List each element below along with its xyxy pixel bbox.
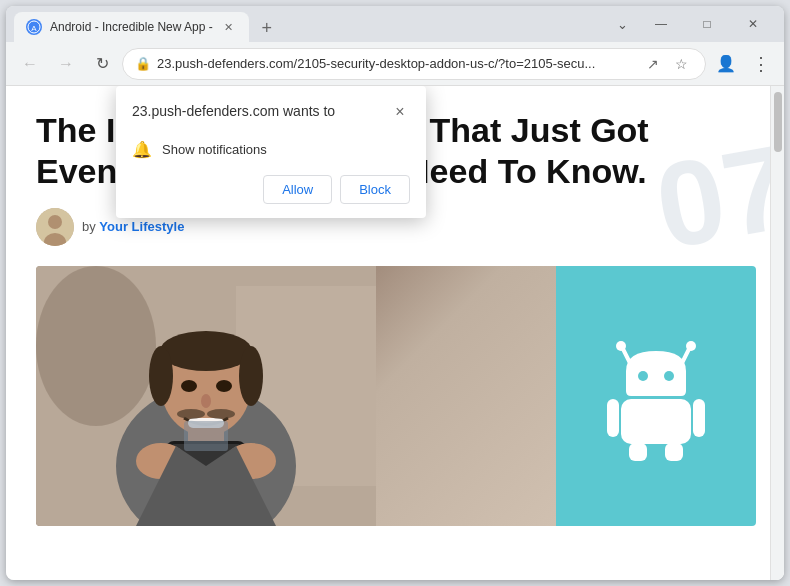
- svg-point-3: [48, 215, 62, 229]
- back-button[interactable]: ←: [14, 48, 46, 80]
- svg-point-16: [201, 394, 211, 408]
- popup-option-row: 🔔 Show notifications: [132, 134, 410, 165]
- svg-point-26: [616, 341, 626, 351]
- bookmark-icon[interactable]: ☆: [669, 52, 693, 76]
- svg-point-15: [216, 380, 232, 392]
- svg-rect-33: [693, 399, 705, 437]
- minimize-button[interactable]: —: [638, 9, 684, 39]
- tab-title: Android - Incredible New App -: [50, 20, 213, 34]
- svg-point-12: [149, 346, 173, 406]
- share-icon[interactable]: ↗: [641, 52, 665, 76]
- block-button[interactable]: Block: [340, 175, 410, 204]
- maximize-button[interactable]: □: [684, 9, 730, 39]
- navigation-toolbar: ← → ↻ 🔒 23.push-defenders.com/2105-secur…: [6, 42, 784, 86]
- address-bar-icons: ↗ ☆: [641, 52, 693, 76]
- popup-close-button[interactable]: ×: [390, 102, 410, 122]
- popup-title: 23.push-defenders.com wants to: [132, 102, 335, 120]
- svg-text:A: A: [31, 24, 37, 33]
- author-name[interactable]: Your Lifestyle: [99, 219, 184, 234]
- article-photo: [36, 266, 556, 526]
- tab-close-button[interactable]: ✕: [221, 19, 237, 35]
- profile-button[interactable]: 👤: [710, 48, 742, 80]
- android-panel: [556, 266, 756, 526]
- lock-icon: 🔒: [135, 56, 151, 71]
- popup-actions: Allow Block: [132, 175, 410, 204]
- author-text: by Your Lifestyle: [82, 219, 184, 234]
- notification-option-label: Show notifications: [162, 142, 267, 157]
- vertical-scrollbar[interactable]: [770, 86, 784, 580]
- tab-favicon: A: [26, 19, 42, 35]
- svg-point-14: [181, 380, 197, 392]
- svg-point-18: [177, 409, 205, 419]
- tab-search-button[interactable]: ⌄: [606, 8, 638, 40]
- address-bar[interactable]: 🔒 23.push-defenders.com/2105-security-de…: [122, 48, 706, 80]
- author-avatar: [36, 208, 74, 246]
- tab-bar: A Android - Incredible New App - ✕ +: [14, 6, 606, 42]
- scroll-thumb[interactable]: [774, 92, 782, 152]
- active-tab[interactable]: A Android - Incredible New App - ✕: [14, 12, 249, 42]
- url-text: 23.push-defenders.com/2105-security-desk…: [157, 56, 635, 71]
- browser-window: A Android - Incredible New App - ✕ + ⌄ —…: [6, 6, 784, 580]
- svg-rect-34: [629, 443, 647, 461]
- new-tab-button[interactable]: +: [253, 14, 281, 42]
- svg-point-29: [638, 371, 648, 381]
- bell-icon: 🔔: [132, 140, 152, 159]
- menu-button[interactable]: ⋮: [744, 48, 776, 80]
- svg-rect-32: [607, 399, 619, 437]
- article-image: [36, 266, 756, 526]
- svg-rect-24: [184, 421, 228, 451]
- toolbar-right: 👤 ⋮: [710, 48, 776, 80]
- svg-rect-35: [665, 443, 683, 461]
- svg-point-19: [207, 409, 235, 419]
- title-bar: A Android - Incredible New App - ✕ + ⌄ —…: [6, 6, 784, 42]
- permission-popup: 23.push-defenders.com wants to × 🔔 Show …: [116, 86, 426, 218]
- forward-button[interactable]: →: [50, 48, 82, 80]
- svg-point-30: [664, 371, 674, 381]
- svg-point-28: [686, 341, 696, 351]
- svg-point-11: [160, 331, 252, 371]
- allow-button[interactable]: Allow: [263, 175, 332, 204]
- popup-header: 23.push-defenders.com wants to ×: [132, 102, 410, 122]
- svg-point-6: [36, 266, 156, 426]
- svg-point-13: [239, 346, 263, 406]
- webpage: 07 The Incredible New App That Just Got …: [6, 86, 784, 580]
- reload-button[interactable]: ↻: [86, 48, 118, 80]
- close-button[interactable]: ✕: [730, 9, 776, 39]
- svg-rect-31: [621, 399, 691, 444]
